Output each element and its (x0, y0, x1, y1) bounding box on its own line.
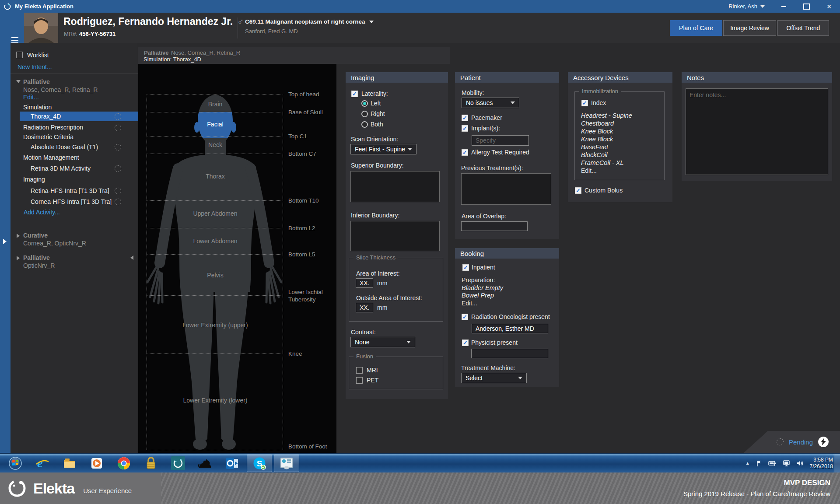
intent-curative-title[interactable]: Curative (23, 231, 48, 239)
laterality-both-radio[interactable] (361, 121, 368, 128)
taskbar-file-explorer[interactable] (56, 455, 83, 472)
region-label-lower-extremity-upper[interactable]: Lower Extremity (upper) (180, 322, 250, 329)
intent-edit-link[interactable]: Edit... (23, 93, 39, 101)
fusion-pet-checkbox[interactable] (356, 377, 363, 384)
fusion-mri-checkbox[interactable] (356, 367, 363, 374)
sidebar-item-retina-3d-mm[interactable]: Retina 3D MM Activity (31, 164, 91, 172)
boundary-line[interactable] (147, 154, 283, 154)
new-intent-link[interactable]: New Intent... (18, 63, 52, 71)
image-review-button[interactable]: Image Review (723, 20, 776, 36)
maximize-button[interactable] (802, 3, 810, 10)
preparation-edit-link[interactable]: Edit... (462, 300, 477, 307)
taskbar-password-lock[interactable] (137, 455, 164, 472)
region-label-pelvis[interactable]: Pelvis (180, 272, 250, 279)
plan-of-care-button[interactable]: Plan of Care (670, 20, 722, 36)
taskbar-skype[interactable]: S (247, 455, 272, 472)
boundary-line[interactable] (147, 228, 283, 228)
intent-title[interactable]: Palliative (23, 78, 50, 86)
taskbar-outlook[interactable] (219, 455, 246, 472)
boundary-line[interactable] (147, 450, 283, 450)
region-label-neck[interactable]: Neck (180, 141, 250, 148)
inpatient-checkbox[interactable]: ✓ (462, 264, 469, 271)
taskbar-chrome[interactable] (110, 455, 137, 472)
oncologist-checkbox[interactable]: ✓ (462, 314, 468, 320)
region-label-upper-abdomen[interactable]: Upper Abdomen (180, 210, 250, 217)
boundary-line[interactable] (147, 136, 283, 136)
start-button[interactable] (2, 455, 29, 472)
sidebar-item-motion-management[interactable]: Motion Management (23, 154, 79, 161)
sidebar-item-dosimetric-criteria[interactable]: Dosimetric Criteria (23, 133, 74, 141)
user-menu[interactable]: Rinker, Ash (728, 3, 765, 10)
collapse-icon[interactable] (16, 80, 21, 83)
cat-icon (198, 456, 213, 470)
allergy-checkbox[interactable]: ✓ (462, 149, 468, 156)
superior-boundary-textarea[interactable] (350, 171, 440, 202)
volume-icon[interactable] (796, 460, 804, 467)
sidebar-item-thorax4d-selected[interactable]: Thorax_4D (20, 112, 138, 121)
tray-clock[interactable]: 3:58 PM 7/26/2018 (810, 457, 833, 470)
diagnosis-selector[interactable]: C69.11 Malignant neoplasm of right corne… (245, 18, 374, 25)
action-center-flag-icon[interactable] (756, 460, 763, 467)
devices-edit-link[interactable]: Edit... (581, 167, 597, 174)
taskbar-monitoring-app[interactable] (274, 455, 299, 472)
custom-bolus-checkbox[interactable]: ✓ (575, 187, 581, 194)
implants-checkbox[interactable]: ✓ (462, 125, 468, 132)
laterality-left-radio[interactable] (361, 100, 368, 107)
boundary-line[interactable] (147, 295, 283, 296)
region-label-thorax[interactable]: Thorax (180, 173, 250, 180)
boundary-line[interactable] (147, 200, 283, 201)
region-label-facial[interactable]: Facial (180, 121, 250, 128)
physicist-input[interactable] (471, 349, 548, 358)
boundary-line[interactable] (147, 94, 283, 94)
oncologist-input[interactable] (472, 324, 548, 333)
sidebar-item-retina-hfs-intra[interactable]: Retina-HFS-Intra [T1 3D Tra] (31, 187, 109, 195)
implants-specify-input[interactable] (472, 135, 529, 146)
contrast-dropdown[interactable]: None (350, 337, 415, 347)
minimize-button[interactable] (780, 3, 788, 10)
taskbar-elekta-app[interactable] (164, 455, 192, 472)
sidebar-item-imaging[interactable]: Imaging (23, 175, 45, 183)
network-icon[interactable] (783, 460, 791, 467)
sidebar-collapse-icon[interactable] (130, 256, 133, 260)
index-checkbox[interactable]: ✓ (581, 100, 588, 106)
taskbar-media-player[interactable] (83, 455, 110, 472)
close-button[interactable]: ✕ (825, 3, 833, 10)
area-of-overlap-input[interactable] (461, 221, 528, 231)
taskbar-cat-app[interactable] (192, 455, 219, 472)
rail-expand-icon[interactable] (3, 239, 7, 244)
boundary-line[interactable] (147, 354, 283, 354)
laterality-both-label: Both (371, 121, 383, 128)
physicist-checkbox[interactable]: ✓ (462, 340, 469, 346)
add-activity-link[interactable]: Add Activity... (24, 208, 60, 216)
laterality-checkbox[interactable]: ✓ (351, 91, 358, 97)
region-label-lower-extremity-lower[interactable]: Lower Extremity (lower) (180, 397, 250, 404)
boundary-line[interactable] (147, 112, 283, 112)
sidebar-item-radiation-prescription[interactable]: Radiation Prescription (23, 123, 83, 131)
outside-area-input[interactable] (356, 303, 373, 312)
scan-orientation-dropdown[interactable]: Feet First - Supine (350, 144, 416, 154)
mobility-dropdown[interactable]: No issues (462, 98, 519, 108)
treatment-machine-dropdown[interactable]: Select (461, 373, 527, 383)
offset-trend-button[interactable]: Offset Trend (777, 20, 829, 36)
laterality-right-radio[interactable] (361, 111, 368, 117)
show-desktop-button[interactable] (834, 454, 840, 472)
boundary-line[interactable] (147, 254, 283, 255)
expand-icon[interactable] (17, 256, 20, 260)
pacemaker-checkbox[interactable]: ✓ (462, 115, 468, 121)
sidebar-item-simulation[interactable]: Simulation (23, 103, 52, 111)
notes-textarea[interactable] (686, 88, 828, 175)
area-of-interest-input[interactable] (356, 278, 373, 288)
inferior-boundary-textarea[interactable] (350, 221, 440, 251)
region-label-brain[interactable]: Brain (180, 101, 250, 108)
sidebar-item-cornea-hfs-intra[interactable]: Cornea-HFS-Intra [T1 3D Tra] (31, 198, 112, 206)
region-label-lower-abdomen[interactable]: Lower Abdomen (180, 238, 250, 245)
power-battery-icon[interactable] (768, 460, 777, 467)
intent-palliative2-title[interactable]: Palliative (23, 254, 50, 262)
tray-expand-icon[interactable]: ▲ (746, 461, 750, 466)
quick-action-button[interactable] (818, 437, 829, 447)
previous-treatments-textarea[interactable] (461, 173, 551, 205)
sidebar-item-absolute-dose-goal[interactable]: Absolute Dose Goal (T1) (31, 143, 98, 151)
worklist-checkbox[interactable] (16, 52, 23, 58)
taskbar-internet-explorer[interactable]: e (29, 455, 56, 472)
expand-icon[interactable] (17, 234, 20, 238)
